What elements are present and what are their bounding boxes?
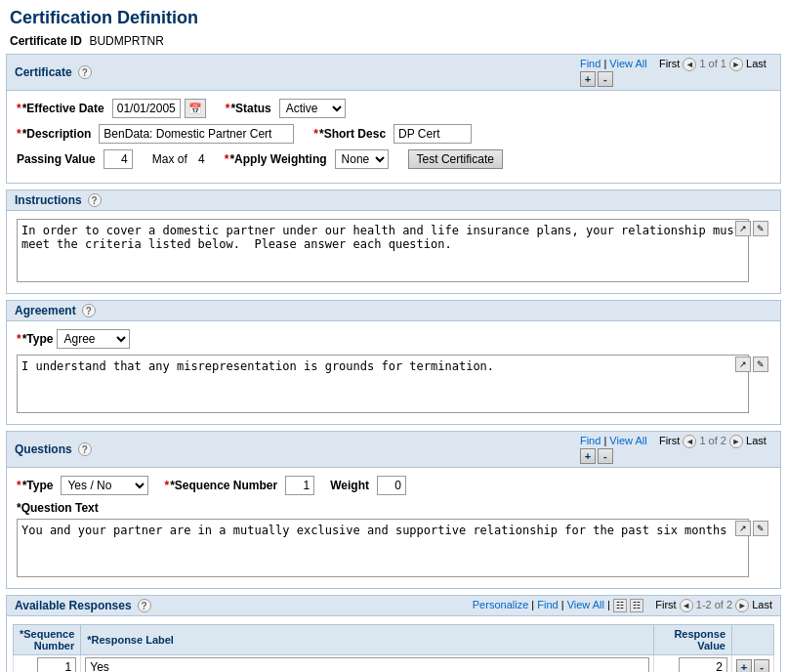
responses-section-body: *Sequence Number *Response Label Respons… bbox=[6, 616, 781, 672]
instructions-textarea-wrapper: In order to cover a domestic partner und… bbox=[17, 219, 770, 285]
questions-type-select[interactable]: Yes / No Multiple Choice Text bbox=[61, 476, 148, 495]
agreement-expand-icon[interactable]: ↗ bbox=[735, 357, 751, 372]
questions-last[interactable]: Last bbox=[746, 435, 766, 446]
instructions-textarea[interactable]: In order to cover a domestic partner und… bbox=[17, 219, 749, 282]
certificate-remove-btn[interactable]: - bbox=[598, 71, 613, 87]
certificate-page-info: 1 of 1 bbox=[699, 58, 726, 69]
instructions-section-body: In order to cover a domestic partner und… bbox=[6, 211, 781, 294]
responses-view-all-link[interactable]: View All bbox=[567, 599, 604, 610]
responses-section-label: Available Responses bbox=[15, 599, 132, 612]
apply-weighting-label: *Apply Weighting bbox=[225, 152, 327, 166]
agreement-type-label: *Type bbox=[17, 332, 53, 346]
certificate-next-arrow[interactable]: ► bbox=[729, 58, 743, 71]
agreement-type-select[interactable]: Agree Disagree bbox=[57, 329, 130, 349]
passing-value-input[interactable] bbox=[104, 149, 133, 169]
actions-header bbox=[732, 625, 774, 655]
instructions-edit-icon[interactable]: ✎ bbox=[753, 221, 768, 236]
agreement-section-header: Agreement ? bbox=[6, 300, 781, 321]
instructions-expand-icon[interactable]: ↗ bbox=[735, 221, 751, 236]
responses-next-arrow[interactable]: ► bbox=[735, 599, 749, 612]
response-add-btn[interactable]: + bbox=[736, 659, 752, 672]
questions-remove-btn[interactable]: - bbox=[598, 448, 613, 464]
page-title: Certification Definition bbox=[0, 0, 787, 32]
questions-section-body: *Type Yes / No Multiple Choice Text *Seq… bbox=[6, 468, 781, 589]
questions-section-header: Questions ? Find | View All First ◄ 1 of… bbox=[6, 431, 781, 468]
instructions-section-label: Instructions bbox=[15, 193, 82, 207]
response-seq-input[interactable] bbox=[37, 657, 76, 672]
question-expand-icon[interactable]: ↗ bbox=[735, 521, 751, 536]
question-text-label: *Question Text bbox=[17, 501, 766, 515]
responses-col-icon1[interactable]: ☷ bbox=[613, 599, 627, 612]
effective-date-input[interactable] bbox=[112, 99, 181, 118]
response-label-input[interactable] bbox=[85, 657, 649, 672]
responses-section-header: Available Responses ? Personalize | Find… bbox=[6, 595, 781, 616]
agreement-textarea[interactable]: I understand that any misrepresentation … bbox=[17, 355, 749, 413]
instructions-help-icon[interactable]: ? bbox=[88, 193, 102, 207]
questions-type-label: *Type bbox=[17, 479, 53, 492]
certificate-prev-arrow[interactable]: ◄ bbox=[683, 58, 696, 71]
effective-date-label: *Effective Date bbox=[17, 102, 104, 115]
questions-section-label: Questions bbox=[15, 442, 72, 456]
questions-help-icon[interactable]: ? bbox=[78, 442, 92, 456]
questions-find-link[interactable]: Find bbox=[580, 435, 601, 446]
question-text-wrapper: You and your partner are in a mutually e… bbox=[17, 519, 770, 580]
certificate-add-btn[interactable]: + bbox=[580, 71, 596, 87]
responses-prev-arrow[interactable]: ◄ bbox=[680, 599, 693, 612]
responses-first[interactable]: First bbox=[655, 599, 676, 610]
responses-last[interactable]: Last bbox=[752, 599, 772, 610]
questions-first[interactable]: First bbox=[659, 435, 680, 446]
max-of-value: 4 bbox=[198, 152, 205, 166]
certificate-find-link[interactable]: Find bbox=[580, 58, 601, 69]
agreement-help-icon[interactable]: ? bbox=[82, 304, 96, 317]
seq-num-header: *Sequence Number bbox=[14, 625, 81, 655]
sequence-number-label: *Sequence Number bbox=[164, 479, 277, 492]
weight-label: Weight bbox=[330, 479, 369, 492]
description-label: *Description bbox=[17, 127, 91, 141]
instructions-section-header: Instructions ? bbox=[6, 189, 781, 211]
weight-input[interactable] bbox=[377, 476, 406, 495]
certificate-section-header: Certificate ? Find | View All First ◄ 1 … bbox=[6, 54, 781, 91]
calendar-btn[interactable]: 📅 bbox=[185, 99, 206, 118]
questions-add-btn[interactable]: + bbox=[580, 448, 596, 464]
max-of-label: Max of bbox=[152, 152, 187, 166]
cert-id-label: Certificate ID bbox=[10, 34, 82, 48]
short-desc-input[interactable] bbox=[394, 124, 472, 144]
test-certificate-btn[interactable]: Test Certificate bbox=[408, 149, 503, 169]
response-remove-btn[interactable]: - bbox=[754, 659, 769, 672]
certificate-help-icon[interactable]: ? bbox=[78, 65, 92, 79]
questions-next-arrow[interactable]: ► bbox=[729, 435, 743, 448]
responses-help-icon[interactable]: ? bbox=[138, 599, 151, 612]
certificate-first[interactable]: First bbox=[659, 58, 680, 69]
responses-find-link[interactable]: Find bbox=[537, 599, 558, 610]
response-value-header: Response Value bbox=[654, 625, 732, 655]
status-select[interactable]: Active Inactive bbox=[279, 99, 346, 118]
certificate-last[interactable]: Last bbox=[746, 58, 766, 69]
questions-page-info: 1 of 2 bbox=[699, 435, 726, 446]
responses-table: *Sequence Number *Response Label Respons… bbox=[13, 624, 774, 672]
question-edit-icon[interactable]: ✎ bbox=[753, 521, 768, 536]
apply-weighting-select[interactable]: None Yes No bbox=[335, 149, 389, 169]
passing-value-label: Passing Value bbox=[17, 152, 96, 166]
table-row: + - bbox=[14, 655, 774, 673]
certificate-view-all-link[interactable]: View All bbox=[609, 58, 646, 69]
agreement-textarea-wrapper: I understand that any misrepresentation … bbox=[17, 355, 770, 416]
response-label-header: *Response Label bbox=[81, 625, 654, 655]
agreement-section-body: *Type Agree Disagree I understand that a… bbox=[6, 321, 781, 425]
cert-id-value: BUDMPRTNR bbox=[89, 34, 163, 48]
response-value-input[interactable] bbox=[679, 657, 727, 672]
agreement-section-label: Agreement bbox=[15, 304, 76, 317]
description-input[interactable] bbox=[99, 124, 294, 144]
sequence-number-input[interactable] bbox=[285, 476, 314, 495]
status-label: *Status bbox=[226, 102, 271, 115]
questions-prev-arrow[interactable]: ◄ bbox=[683, 435, 696, 448]
responses-col-icon2[interactable]: ☷ bbox=[630, 599, 643, 612]
responses-page-info: 1-2 of 2 bbox=[696, 599, 732, 610]
agreement-edit-icon[interactable]: ✎ bbox=[753, 357, 768, 372]
questions-view-all-link[interactable]: View All bbox=[609, 435, 646, 446]
responses-personalize-link[interactable]: Personalize bbox=[473, 599, 528, 610]
certificate-section-body: *Effective Date 📅 *Status Active Inactiv… bbox=[6, 91, 781, 184]
short-desc-label: *Short Desc bbox=[313, 127, 386, 141]
certificate-section-label: Certificate bbox=[15, 65, 72, 79]
question-text-textarea[interactable]: You and your partner are in a mutually e… bbox=[17, 519, 749, 577]
